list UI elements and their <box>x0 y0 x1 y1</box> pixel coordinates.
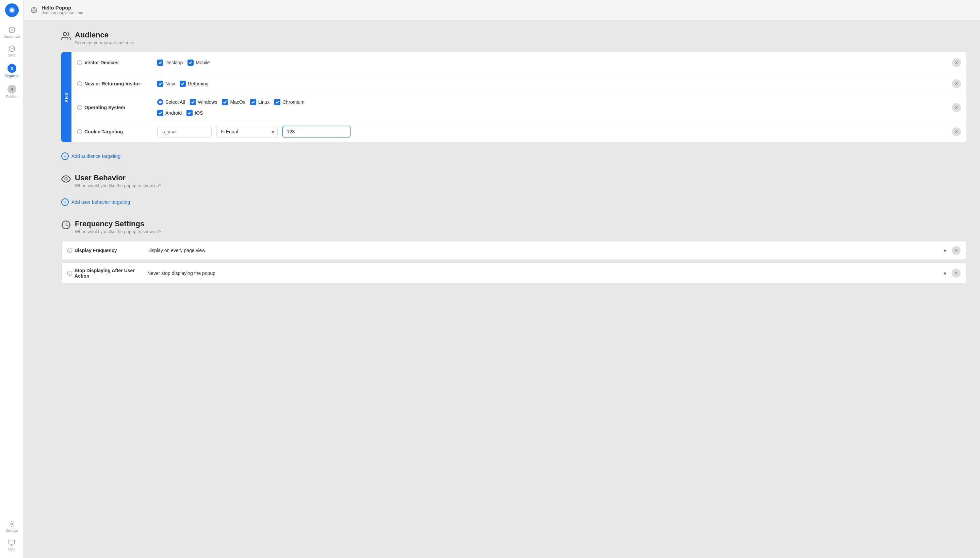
cookie-operator-select[interactable]: Is Equal Is Not Equal Contains <box>217 126 277 138</box>
os-options: Select All Windows MacOs <box>157 99 947 116</box>
info-icon-6 <box>67 271 72 276</box>
frequency-section: Frequency Settings When would you like t… <box>61 220 966 284</box>
audience-section-header: Audience Segment your target audience <box>61 31 966 45</box>
sidebar-item-settings[interactable]: Settings <box>5 517 18 536</box>
display-frequency-wrapper: Display on every page view Once per sess… <box>147 247 946 253</box>
audience-title: Audience <box>75 31 134 39</box>
desktop-checkbox[interactable] <box>157 59 163 66</box>
svg-rect-5 <box>9 540 15 544</box>
frequency-header: Frequency Settings When would you like t… <box>61 220 966 234</box>
svg-point-10 <box>63 33 66 36</box>
main-content: Audience Segment your target audience AN… <box>48 20 980 558</box>
new-visitor-checkbox[interactable] <box>157 80 163 87</box>
app-logo[interactable] <box>5 3 19 17</box>
user-behavior-title-group: User Behavior When would you like the po… <box>75 174 161 188</box>
cookie-targeting-inputs: Is Equal Is Not Equal Contains <box>157 126 947 138</box>
sidebar-item-style[interactable]: Style <box>0 42 23 61</box>
new-returning-close[interactable]: ✕ <box>952 79 961 88</box>
ios-checkbox[interactable] <box>187 110 193 116</box>
windows-checkbox[interactable] <box>190 99 196 105</box>
cookie-targeting-row: Cookie Targeting Is Equal Is Not Equal C… <box>71 121 966 142</box>
sidebar-item-publish[interactable]: 4 Publish <box>0 81 23 102</box>
sidebar-item-segment[interactable]: 3 Segment <box>0 61 23 81</box>
stop-displaying-row: Stop Displaying After User Action Never … <box>61 263 966 284</box>
operating-system-label: Operating System <box>77 105 152 110</box>
stop-displaying-label: Stop Displaying After User Action <box>67 268 142 279</box>
frequency-subtitle: When would you like the popup to show up… <box>75 229 161 234</box>
os-options-row2: Android IOS <box>157 110 203 116</box>
behavior-icon <box>61 174 71 185</box>
header-title-group: Hello Popup demo.popupsmart.com <box>41 5 84 15</box>
sidebar: Customize Style 3 Segment 4 Publish Sett… <box>0 0 24 558</box>
visitor-devices-close[interactable]: ✕ <box>952 58 961 67</box>
add-audience-targeting[interactable]: + Add audience targeting <box>61 149 966 163</box>
display-frequency-label: Display Frequency <box>67 248 142 253</box>
cookie-targeting-label: Cookie Targeting <box>77 129 152 135</box>
sidebar-bottom: Settings Help <box>5 517 18 555</box>
stop-displaying-wrapper: Never stop displaying the popup After us… <box>147 270 946 276</box>
info-icon-4 <box>77 129 82 135</box>
desktop-option[interactable]: Desktop <box>157 59 183 66</box>
user-behavior-subtitle: When would you like the popup to show up… <box>75 183 161 188</box>
audience-rows: Visitor Devices Desktop Mobile <box>71 52 966 142</box>
cookie-name-input[interactable] <box>157 126 212 138</box>
chromium-checkbox[interactable] <box>274 99 281 105</box>
frequency-title-group: Frequency Settings When would you like t… <box>75 220 161 234</box>
select-all-radio[interactable] <box>157 99 163 105</box>
operating-system-row: Operating System Select All Windows <box>71 94 966 121</box>
mobile-option[interactable]: Mobile <box>187 59 210 66</box>
stop-displaying-close[interactable]: ✕ <box>952 269 960 277</box>
ios-option[interactable]: IOS <box>187 110 203 116</box>
svg-point-1 <box>10 8 14 12</box>
android-option[interactable]: Android <box>157 110 182 116</box>
display-frequency-select[interactable]: Display on every page view Once per sess… <box>147 248 946 253</box>
and-label: AND <box>64 92 68 102</box>
windows-option[interactable]: Windows <box>190 99 217 105</box>
mobile-checkbox[interactable] <box>187 59 194 66</box>
linux-checkbox[interactable] <box>250 99 256 105</box>
frequency-title: Frequency Settings <box>75 220 161 228</box>
returning-visitor-checkbox[interactable] <box>180 80 186 87</box>
visitor-devices-options: Desktop Mobile <box>157 59 947 66</box>
globe-icon <box>31 7 38 14</box>
sidebar-item-customize[interactable]: Customize <box>0 23 23 42</box>
new-returning-label: New or Returning Visitor <box>77 81 152 87</box>
os-close[interactable]: ✕ <box>952 103 961 112</box>
add-behavior-targeting[interactable]: + Add user behavior targeting <box>61 195 966 209</box>
user-behavior-section: User Behavior When would you like the po… <box>61 174 966 209</box>
add-audience-icon: + <box>61 153 69 160</box>
app-url: demo.popupsmart.com <box>41 11 84 15</box>
info-icon-2 <box>77 81 82 87</box>
stop-displaying-select[interactable]: Never stop displaying the popup After us… <box>147 271 946 276</box>
cookie-operator-wrapper: Is Equal Is Not Equal Contains <box>217 126 277 138</box>
user-behavior-header: User Behavior When would you like the po… <box>61 174 966 188</box>
returning-visitor-option[interactable]: Returning <box>180 80 208 87</box>
header-bar: Hello Popup demo.popupsmart.com <box>24 0 980 20</box>
display-frequency-close[interactable]: ✕ <box>952 246 960 255</box>
info-icon-3 <box>77 105 82 110</box>
frequency-icon <box>61 220 71 231</box>
user-behavior-title: User Behavior <box>75 174 161 182</box>
chromium-option[interactable]: Chromium <box>274 99 305 105</box>
info-icon-5 <box>67 248 72 253</box>
android-checkbox[interactable] <box>157 110 163 116</box>
macos-checkbox[interactable] <box>222 99 228 105</box>
audience-subtitle: Segment your target audience <box>75 40 134 45</box>
visitor-devices-row: Visitor Devices Desktop Mobile <box>71 52 966 73</box>
visitor-devices-label: Visitor Devices <box>77 60 152 65</box>
svg-point-4 <box>11 523 13 525</box>
os-options-row1: Select All Windows MacOs <box>157 99 947 105</box>
add-behavior-icon: + <box>61 199 69 206</box>
new-returning-row: New or Returning Visitor New Returning <box>71 73 966 94</box>
sidebar-item-help[interactable]: Help <box>5 536 18 555</box>
cookie-value-input[interactable] <box>282 126 350 138</box>
info-icon <box>77 60 82 65</box>
macos-option[interactable]: MacOs <box>222 99 245 105</box>
new-visitor-option[interactable]: New <box>157 80 175 87</box>
display-frequency-row: Display Frequency Display on every page … <box>61 241 966 260</box>
select-all-option[interactable]: Select All <box>157 99 185 105</box>
audience-icon <box>61 31 71 42</box>
and-bar: AND <box>61 52 71 142</box>
linux-option[interactable]: Linux <box>250 99 269 105</box>
cookie-close[interactable]: ✕ <box>952 127 961 136</box>
